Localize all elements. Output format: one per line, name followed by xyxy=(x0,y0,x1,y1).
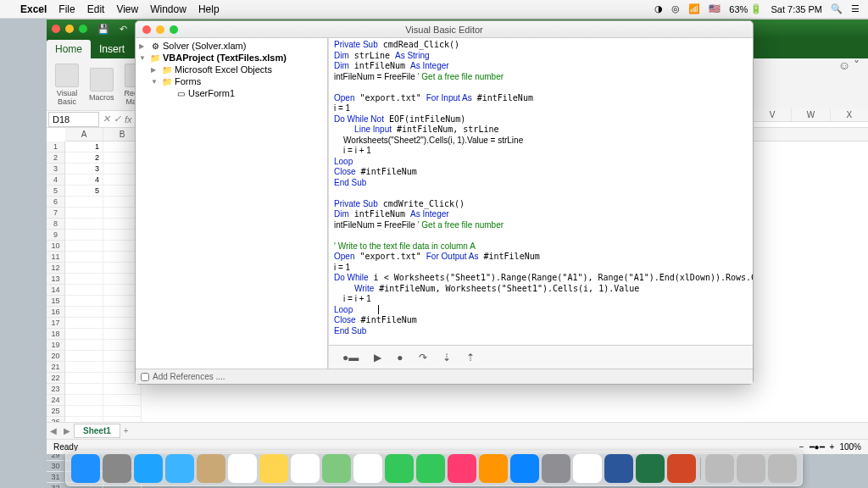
references-checkbox[interactable] xyxy=(141,373,149,381)
project-node[interactable]: ▶⚙Solver (Solver.xlam) xyxy=(136,40,327,52)
row-header[interactable]: 7 xyxy=(47,208,64,219)
cell[interactable] xyxy=(65,373,103,384)
wifi-icon[interactable]: 📶 xyxy=(688,3,700,14)
row-header[interactable]: 6 xyxy=(47,197,64,208)
dock-app-notes[interactable] xyxy=(259,454,288,483)
col-header[interactable]: A xyxy=(65,128,103,141)
row-header[interactable]: 14 xyxy=(47,285,64,296)
dock-app-ibooks[interactable] xyxy=(479,454,508,483)
zoom-out-icon[interactable]: − xyxy=(799,442,804,452)
fx-icon[interactable]: fx xyxy=(125,114,132,125)
cell[interactable] xyxy=(103,406,142,417)
minimize-button[interactable] xyxy=(156,25,164,34)
name-box[interactable] xyxy=(48,112,99,127)
dock-doc2[interactable] xyxy=(737,454,765,483)
project-explorer[interactable]: ▶⚙Solver (Solver.xlam) ▼📁VBAProject (Tex… xyxy=(136,38,328,369)
view-menu[interactable]: View xyxy=(116,3,138,15)
cell[interactable] xyxy=(65,318,103,329)
flag-icon[interactable]: 🇺🇸 xyxy=(709,3,721,14)
cell[interactable] xyxy=(65,274,103,285)
row-header[interactable]: 32 xyxy=(47,483,64,488)
dock-trash[interactable] xyxy=(768,454,797,483)
tab-insert[interactable]: Insert xyxy=(91,40,133,58)
dock-app-calendar[interactable] xyxy=(228,454,257,483)
zoom-in-icon[interactable]: + xyxy=(830,442,835,452)
dock-app-reminders[interactable] xyxy=(291,454,320,483)
row-header[interactable]: 16 xyxy=(47,307,64,318)
cell[interactable] xyxy=(65,362,103,373)
row-header[interactable]: 22 xyxy=(47,373,64,384)
visual-basic-button[interactable]: Visual Basic xyxy=(52,64,82,106)
app-menu[interactable]: Excel xyxy=(20,3,47,15)
row-header[interactable]: 21 xyxy=(47,362,64,373)
cell[interactable] xyxy=(65,230,103,241)
row-header[interactable]: 23 xyxy=(47,384,64,395)
close-button[interactable] xyxy=(142,25,151,34)
row-header[interactable]: 24 xyxy=(47,395,64,406)
row-header[interactable]: 3 xyxy=(47,164,64,175)
feedback-icon[interactable]: ☺ ˅ xyxy=(838,58,860,72)
macros-button[interactable]: Macros xyxy=(86,68,118,102)
dock-app-word[interactable] xyxy=(604,454,633,483)
zoom-slider[interactable]: ━●━ xyxy=(810,442,825,452)
window-menu[interactable]: Window xyxy=(150,3,186,15)
step-into-icon[interactable]: ⇣ xyxy=(442,352,451,363)
row-header[interactable]: 10 xyxy=(47,241,64,252)
row-header[interactable]: 12 xyxy=(47,263,64,274)
help-menu[interactable]: Help xyxy=(198,3,220,15)
col-header[interactable]: X xyxy=(830,108,868,121)
menu-extra-icon[interactable]: ◑ xyxy=(654,3,663,14)
cell[interactable] xyxy=(65,406,103,417)
close-button[interactable] xyxy=(52,25,60,33)
dock-app-launchpad[interactable] xyxy=(103,454,131,483)
status-text[interactable]: Add References .... xyxy=(153,372,225,381)
sheet-nav-prev-icon[interactable]: ◀ xyxy=(47,426,60,435)
row-header[interactable]: 31 xyxy=(47,472,64,483)
sheet-tab[interactable]: Sheet1 xyxy=(74,424,120,438)
enter-icon[interactable]: ✓ xyxy=(114,114,121,125)
file-menu[interactable]: File xyxy=(58,3,75,15)
dock-doc1[interactable] xyxy=(705,454,734,483)
dock-app-chrome[interactable] xyxy=(573,454,602,483)
cell[interactable] xyxy=(65,285,103,296)
notification-center-icon[interactable]: ☰ xyxy=(851,3,860,14)
row-header[interactable]: 18 xyxy=(47,329,64,340)
cell[interactable] xyxy=(65,252,103,263)
cell[interactable] xyxy=(103,395,142,406)
step-icon[interactable]: ↷ xyxy=(419,352,427,363)
sheet-nav-next-icon[interactable]: ▶ xyxy=(60,426,74,435)
cell[interactable] xyxy=(65,351,103,362)
dock-app-appstore[interactable] xyxy=(510,454,539,483)
row-header[interactable]: 4 xyxy=(47,175,64,186)
cell[interactable] xyxy=(65,241,103,252)
cell[interactable] xyxy=(65,296,103,307)
zoom-value[interactable]: 100% xyxy=(839,442,861,452)
dock-app-finder[interactable] xyxy=(71,454,100,483)
code-editor[interactable]: Private Sub cmdRead_Click() Dim strLine … xyxy=(329,38,753,345)
row-header[interactable]: 20 xyxy=(47,351,64,362)
dock-app-photos[interactable] xyxy=(353,454,382,483)
cell[interactable]: 2 xyxy=(65,152,103,164)
row-header[interactable]: 15 xyxy=(47,296,64,307)
row-header[interactable]: 2 xyxy=(47,152,64,164)
cell[interactable] xyxy=(103,384,142,395)
row-header[interactable]: 9 xyxy=(47,230,64,241)
row-header[interactable]: 30 xyxy=(47,461,64,472)
cell[interactable] xyxy=(65,329,103,340)
edit-menu[interactable]: Edit xyxy=(87,3,105,15)
minimize-button[interactable] xyxy=(65,25,74,33)
row-header[interactable]: 11 xyxy=(47,252,64,263)
cell[interactable]: 5 xyxy=(65,186,103,197)
cell[interactable] xyxy=(65,219,103,230)
cell[interactable] xyxy=(65,263,103,274)
cell[interactable] xyxy=(65,208,103,219)
add-sheet-icon[interactable]: + xyxy=(120,426,132,435)
tab-home[interactable]: Home xyxy=(47,40,91,58)
userform-node[interactable]: ▭UserForm1 xyxy=(136,87,327,99)
qat-save-icon[interactable]: 💾 xyxy=(97,24,109,35)
dock-app-powerpoint[interactable] xyxy=(667,454,696,483)
dock-app-facetime[interactable] xyxy=(416,454,445,483)
row-header[interactable]: 5 xyxy=(47,186,64,197)
cell[interactable] xyxy=(65,384,103,395)
qat-undo-icon[interactable]: ↶ xyxy=(120,24,127,35)
